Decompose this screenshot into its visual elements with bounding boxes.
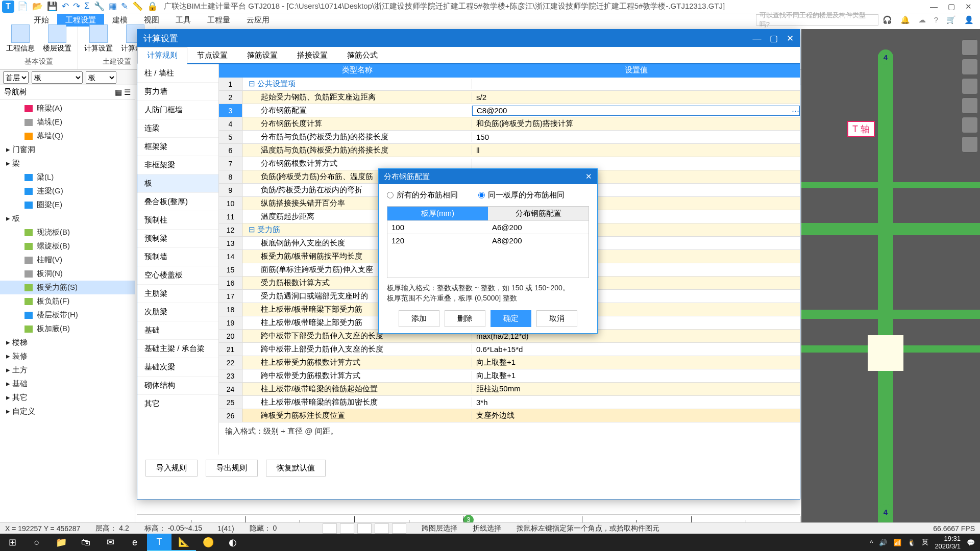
model-viewport[interactable]: 4 4 T 轴 [801,29,980,524]
subdialog-close-icon[interactable]: ✕ [585,172,592,181]
volume-icon[interactable]: 🔊 [879,539,887,546]
category-item[interactable]: 人防门框墙 [137,101,218,119]
nav-item[interactable]: 连梁(G) [0,184,135,198]
category-item[interactable]: 基础次梁 [137,358,218,377]
category-item[interactable]: 次肋梁 [137,303,218,321]
nav-item[interactable]: 现浇板(B) [0,226,135,239]
ptab-node[interactable]: 节点设置 [187,47,237,63]
clock-time[interactable]: 19:31 [935,535,961,542]
floor-select[interactable]: 首层 [3,71,29,84]
nav-item[interactable]: 楼层板带(H) [0,308,135,322]
app-taskbar-icon[interactable]: T [147,534,172,551]
open-icon[interactable]: 📂 [32,1,43,12]
ime-icon[interactable]: 🐧 [908,539,916,546]
start-button[interactable]: ⊞ [0,534,24,551]
ptab-formula[interactable]: 箍筋公式 [337,47,387,63]
restore-defaults-button[interactable]: 恢复默认值 [266,460,326,477]
table-row[interactable]: 2起始受力钢筋、负筋距支座边距离s/2 [219,91,800,104]
category-item[interactable]: 预制柱 [137,211,218,230]
tab-quantity[interactable]: 工程量 [199,14,238,27]
nav-item[interactable]: 板负筋(F) [0,294,135,308]
ribbon-search[interactable]: 可以查找不同工程的楼层及构件类型吗? [756,14,878,26]
view-tool-4[interactable] [962,97,978,114]
table-row[interactable]: 24柱上板带/板带暗梁的箍筋起始位置距柱边50mm [219,383,800,396]
cortana-icon[interactable]: ○ [24,534,49,551]
other-taskbar-icon[interactable]: ◐ [220,534,245,551]
lang-indicator[interactable]: 英 [922,538,928,547]
table-row[interactable]: 3分布钢筋配置C8@200 ⋯ [219,104,800,117]
view-tool-3[interactable] [962,78,978,94]
table-row[interactable]: 21跨中板带上部受力筋伸入支座的长度0.6*Lab+15*d [219,343,800,356]
table-row[interactable]: 6温度筋与负筋(跨板受力筋)的搭接长度ll [219,144,800,157]
table-row[interactable]: 4分布钢筋长度计算和负筋(跨板受力筋)搭接计算 [219,117,800,131]
tab-cloud[interactable]: 云应用 [238,14,278,27]
category-item[interactable]: 基础主梁 / 承台梁 [137,340,218,358]
ptab-stirrup[interactable]: 箍筋设置 [237,47,287,63]
status-tool-2[interactable] [340,523,354,534]
cloud-icon[interactable]: ☁ [918,15,926,24]
category-item[interactable]: 框架梁 [137,138,218,156]
nav-item[interactable]: ▸ 装修 [0,349,135,363]
nav-item[interactable]: 梁(L) [0,170,135,184]
category-item[interactable]: 砌体结构 [137,377,218,395]
nav-item[interactable]: 柱帽(V) [0,253,135,267]
wifi-icon[interactable]: 📶 [893,539,901,546]
cart-icon[interactable]: 🛒 [946,15,956,24]
cross-layer-select[interactable]: 跨图层选择 [422,524,457,533]
export-rules-button[interactable]: 导出规则 [206,460,258,477]
radio-same-thickness[interactable]: 同一板厚的分布筋相同 [478,190,565,200]
category-item[interactable]: 连梁 [137,119,218,138]
table-row[interactable]: 22柱上板带受力筋根数计算方式向上取整+1 [219,356,800,369]
lock-icon[interactable]: 🔒 [147,1,158,12]
tray-up-icon[interactable]: ^ [870,539,873,546]
headset-icon[interactable]: 🎧 [883,15,892,24]
nav-item[interactable]: ▸ 楼梯 [0,336,135,349]
nav-item[interactable]: 墙垛(E) [0,115,135,129]
project-info-button[interactable]: 工程信息 [6,24,35,53]
delete-button[interactable]: 删除 [445,310,485,327]
category-item[interactable]: 其它 [137,395,218,413]
nav-item[interactable]: ▸ 门窗洞 [0,143,135,157]
cancel-button[interactable]: 取消 [536,310,577,327]
status-tool-5[interactable] [392,523,406,534]
chrome-taskbar-icon[interactable]: 🟡 [196,534,220,551]
mail-icon[interactable]: ✉ [98,534,122,551]
nav-item[interactable]: ▸ 板 [0,212,135,226]
table-row[interactable]: 26跨板受力筋标注长度位置支座外边线 [219,409,800,422]
view-tool-1[interactable] [962,39,978,56]
explorer-icon[interactable]: 📁 [49,534,74,551]
minimize-icon[interactable]: — [930,2,938,11]
grid-icon[interactable]: ▦ [109,1,117,12]
panel-maximize-icon[interactable]: ▢ [770,34,778,43]
redo-icon[interactable]: ↷ [73,1,80,12]
ruler-icon[interactable]: 📏 [132,1,143,12]
ok-button[interactable]: 确定 [491,310,531,327]
category-item[interactable]: 预制梁 [137,230,218,248]
add-button[interactable]: 添加 [399,310,439,327]
nav-item[interactable]: 板洞(N) [0,267,135,281]
undo-icon[interactable]: ↶ [62,1,69,12]
status-tool-4[interactable] [375,523,389,534]
thickness-row[interactable]: 100A6@200 [387,220,589,234]
nav-item[interactable]: ▸ 基础 [0,377,135,391]
table-row[interactable]: 25柱上板带/板带暗梁的箍筋加密长度3*h [219,396,800,409]
status-tool-1[interactable] [323,523,337,534]
nav-item[interactable]: ▸ 梁 [0,157,135,170]
nav-toggle-icon[interactable]: ▦ ☰ [115,88,131,97]
nav-item[interactable]: 板加腋(B) [0,322,135,336]
cad-taskbar-icon[interactable]: 📐 [172,534,196,551]
new-icon[interactable]: 📄 [17,1,28,12]
table-row[interactable]: 5分布筋与负筋(跨板受力筋)的搭接长度150 [219,131,800,144]
pen-icon[interactable]: ✎ [121,1,128,12]
edge-icon[interactable]: e [122,534,147,551]
nav-item[interactable]: 幕墙(Q) [0,129,135,143]
status-tool-3[interactable] [357,523,372,534]
panel-close-icon[interactable]: ✕ [787,34,794,43]
view-tool-6[interactable] [962,136,978,153]
bell-icon[interactable]: 🔔 [900,15,910,24]
nav-item[interactable]: 暗梁(A) [0,102,135,115]
category-item[interactable]: 预制墙 [137,248,218,266]
store-icon[interactable]: 🛍 [74,534,98,551]
category-item[interactable]: 空心楼盖板 [137,266,218,285]
view-tool-5[interactable] [962,117,978,133]
